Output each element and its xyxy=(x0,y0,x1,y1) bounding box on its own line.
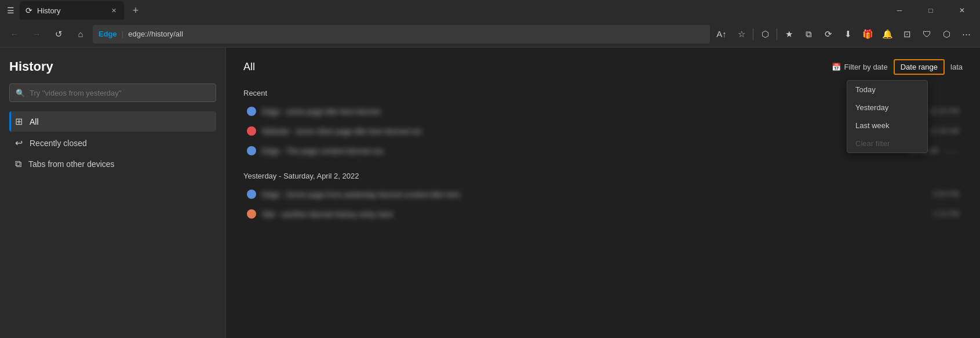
new-tab-button[interactable]: + xyxy=(127,2,144,19)
refresh-button[interactable]: ↺ xyxy=(49,24,68,44)
more-actions-label: lata xyxy=(950,63,963,71)
date-range-dropdown: Today Yesterday Last week Clear filter xyxy=(847,80,928,153)
shopping-icon[interactable]: 🎁 xyxy=(858,25,877,43)
history-item-3-menu: ⋯⋯ xyxy=(944,147,959,155)
content-header: All 📅 Filter by date Date range lata Tod… xyxy=(243,59,963,75)
history-item-4-time: 3:00 PM xyxy=(933,190,959,198)
history-item-2-time: 11:20 AM xyxy=(930,127,959,135)
sidebar-toggle-icon: ☰ xyxy=(7,6,14,15)
all-icon: ⊞ xyxy=(15,116,23,127)
history-item-5-time: 1:15 PM xyxy=(933,210,959,218)
share-icon[interactable]: ⬡ xyxy=(937,25,956,43)
home-icon: ⌂ xyxy=(78,29,83,39)
sidebar-item-tabs-other-devices-label: Tabs from other devices xyxy=(28,159,115,169)
history-icon[interactable]: ⟳ xyxy=(819,25,837,43)
sidebar-item-tabs-other-devices[interactable]: ⧉ Tabs from other devices xyxy=(9,154,216,174)
sidebar-item-recently-closed[interactable]: ↩ Recently closed xyxy=(9,133,216,153)
favicon-4 xyxy=(247,190,256,199)
history-item-5[interactable]: Site - another blurred history entry her… xyxy=(243,205,963,223)
filter-calendar-icon: 📅 xyxy=(832,63,841,71)
favicon-1 xyxy=(247,107,256,116)
favorites-btn[interactable]: ★ xyxy=(779,25,798,43)
dropdown-item-last-week[interactable]: Last week xyxy=(847,117,927,135)
sidebar-title: History xyxy=(9,59,216,74)
header-actions: 📅 Filter by date Date range lata Today Y… xyxy=(832,59,963,75)
history-item-5-text: Site - another blurred history entry her… xyxy=(262,210,927,219)
address-bar-separator: | xyxy=(122,30,123,38)
sidebar-icon[interactable]: ⊡ xyxy=(898,25,916,43)
history-tab[interactable]: ⟳ History ✕ xyxy=(20,1,124,20)
sidebar-item-recently-closed-label: Recently closed xyxy=(30,139,87,148)
dropdown-item-today[interactable]: Today xyxy=(847,81,927,99)
dropdown-item-yesterday[interactable]: Yesterday xyxy=(847,99,927,117)
tabs-other-devices-icon: ⧉ xyxy=(15,159,21,169)
favorites-icon[interactable]: ☆ xyxy=(732,25,751,43)
history-item-3-text: Edge - The page content blurred out xyxy=(262,147,903,155)
titlebar: ☰ ⟳ History ✕ + ─ □ ✕ xyxy=(0,0,980,21)
search-icon: 🔍 xyxy=(16,89,25,97)
back-button[interactable]: ← xyxy=(5,24,24,44)
search-box[interactable]: 🔍 xyxy=(9,83,216,102)
home-button[interactable]: ⌂ xyxy=(71,24,90,44)
security-icon[interactable]: 🛡 xyxy=(917,25,936,43)
maximize-button[interactable]: □ xyxy=(917,1,944,20)
toolbar-icons: A↑ ☆ ⬡ ★ ⧉ ⟳ ⬇ 🎁 🔔 ⊡ 🛡 ⬡ ⋯ xyxy=(712,25,975,43)
browser-logo: Edge xyxy=(99,30,117,38)
forward-button[interactable]: → xyxy=(27,24,46,44)
navbar: ← → ↺ ⌂ Edge | edge://history/all A↑ ☆ ⬡… xyxy=(0,21,980,48)
downloads-icon[interactable]: ⬇ xyxy=(839,25,857,43)
filter-by-date[interactable]: 📅 Filter by date xyxy=(832,63,888,71)
tab-title: History xyxy=(37,6,104,15)
tab-favicon: ⟳ xyxy=(25,6,32,15)
history-item-2-text: Website - some other page title here blu… xyxy=(262,127,924,136)
recently-closed-icon: ↩ xyxy=(15,137,23,148)
date-range-button[interactable]: Date range xyxy=(894,59,945,75)
tab-close-button[interactable]: ✕ xyxy=(109,6,118,15)
yesterday-section: Yesterday - Saturday, April 2, 2022 Edge… xyxy=(243,172,963,223)
refresh-icon: ↺ xyxy=(55,29,63,39)
toolbar-separator-2 xyxy=(777,28,777,40)
toolbar-separator-1 xyxy=(753,28,753,40)
history-item-1-time: 12:34 PM xyxy=(930,107,959,115)
yesterday-section-label: Yesterday - Saturday, April 2, 2022 xyxy=(243,172,963,180)
window-controls: ─ □ ✕ xyxy=(886,1,975,20)
close-button[interactable]: ✕ xyxy=(949,1,975,20)
address-bar-url: edge://history/all xyxy=(128,30,183,38)
history-item-4-text: Edge - Some page from yesterday blurred … xyxy=(262,190,927,199)
content-title: All xyxy=(243,61,255,73)
favicon-2 xyxy=(247,126,256,136)
titlebar-left: ☰ ⟳ History ✕ + xyxy=(5,1,144,20)
main-area: History 🔍 ⊞ All ↩ Recently closed ⧉ Tabs… xyxy=(0,48,980,338)
forward-icon: → xyxy=(32,29,41,39)
collections-icon[interactable]: ⧉ xyxy=(799,25,818,43)
filter-by-date-label: Filter by date xyxy=(844,63,888,71)
address-bar[interactable]: Edge | edge://history/all xyxy=(93,25,710,43)
sidebar: History 🔍 ⊞ All ↩ Recently closed ⧉ Tabs… xyxy=(0,48,226,338)
minimize-button[interactable]: ─ xyxy=(886,1,913,20)
more-tools-icon[interactable]: ⋯ xyxy=(957,25,975,43)
history-item-1-text: Edge - some page title here blurred xyxy=(262,107,924,116)
search-input[interactable] xyxy=(30,89,210,97)
sidebar-toggle-button[interactable]: ☰ xyxy=(5,5,16,16)
back-icon: ← xyxy=(10,29,19,39)
history-item-4[interactable]: Edge - Some page from yesterday blurred … xyxy=(243,185,963,203)
sidebar-item-all[interactable]: ⊞ All xyxy=(9,111,216,132)
dropdown-item-clear-filter: Clear filter xyxy=(847,135,927,152)
read-aloud-icon[interactable]: A↑ xyxy=(712,25,731,43)
sidebar-item-all-label: All xyxy=(30,117,39,126)
notifications-icon[interactable]: 🔔 xyxy=(878,25,897,43)
favicon-5 xyxy=(247,209,256,219)
extensions-icon[interactable]: ⬡ xyxy=(756,25,774,43)
favicon-3 xyxy=(247,146,256,155)
history-content: All 📅 Filter by date Date range lata Tod… xyxy=(226,48,980,338)
